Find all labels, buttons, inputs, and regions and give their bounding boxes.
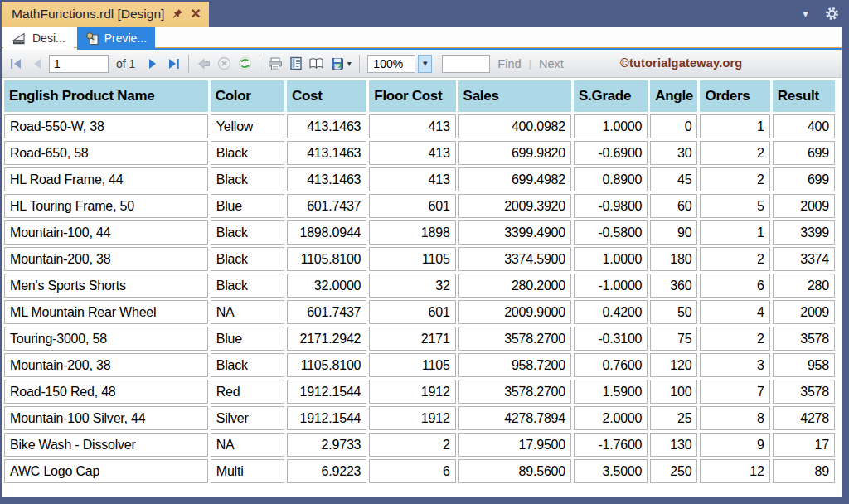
table-cell: 6: [369, 459, 455, 483]
next-page-button[interactable]: [143, 53, 163, 74]
table-cell: Black: [211, 141, 284, 165]
table-row: Road-550-W, 38Yellow413.1463413400.09821…: [4, 114, 835, 138]
table-cell: 413.1463: [287, 141, 366, 165]
print-icon[interactable]: [264, 53, 285, 74]
stop-button[interactable]: [214, 53, 235, 74]
toolbar-separator: [260, 55, 260, 73]
table-cell: NA: [211, 433, 284, 457]
table-cell: Multi: [211, 459, 284, 483]
table-cell: Mountain-200, 38: [4, 247, 208, 271]
table-cell: 7: [700, 380, 769, 404]
table-cell: 17: [773, 433, 835, 457]
report-table-body: Road-550-W, 38Yellow413.1463413400.09821…: [4, 114, 835, 483]
document-title: MathFunctions.rdl [Design]: [12, 7, 164, 22]
table-cell: 601: [369, 300, 455, 324]
table-cell: 3578.2700: [458, 380, 571, 404]
table-cell: 32.0000: [287, 274, 366, 298]
find-input[interactable]: [442, 55, 490, 73]
first-page-button[interactable]: [6, 53, 27, 74]
table-cell: 0.7600: [574, 353, 648, 377]
table-cell: Black: [211, 274, 284, 298]
table-cell: Black: [211, 167, 284, 191]
table-cell: 413: [369, 141, 455, 165]
table-cell: 699: [773, 141, 835, 165]
gear-icon[interactable]: [825, 7, 839, 21]
table-cell: 699.4982: [458, 167, 571, 191]
table-cell: Mountain-100 Silver, 44: [4, 406, 208, 430]
table-cell: 100: [650, 380, 697, 404]
table-cell: 3399.4900: [458, 220, 571, 245]
table-cell: 601.7437: [287, 300, 366, 324]
close-icon[interactable]: ×: [191, 5, 201, 22]
table-cell: Yellow: [211, 114, 284, 138]
table-cell: 413: [369, 167, 455, 191]
table-cell: Black: [211, 220, 284, 245]
table-cell: 2009: [773, 194, 835, 218]
table-cell: HL Touring Frame, 50: [4, 194, 208, 218]
report-preview-area: English Product NameColorCostFloor CostS…: [2, 78, 842, 497]
page-number-input[interactable]: 1: [49, 55, 109, 73]
table-cell: -0.6900: [574, 141, 648, 165]
zoom-dropdown-caret[interactable]: ▾: [418, 55, 432, 73]
table-cell: Blue: [211, 327, 284, 351]
table-row: Bike Wash - DissolverNA2.9733217.9500-1.…: [4, 433, 835, 457]
column-header: Cost: [287, 80, 366, 112]
column-header: Color: [211, 80, 284, 112]
column-header: English Product Name: [4, 80, 208, 112]
table-cell: 958.7200: [458, 353, 571, 377]
zoom-select[interactable]: 100%: [367, 55, 415, 73]
document-tab[interactable]: MathFunctions.rdl [Design] ×: [2, 2, 209, 27]
table-cell: Mountain-100, 44: [4, 220, 208, 245]
table-row: HL Road Frame, 44Black413.1463413699.498…: [4, 167, 835, 191]
find-link[interactable]: Find: [497, 57, 521, 70]
table-cell: 2: [700, 141, 769, 165]
column-header: S.Grade: [574, 80, 648, 112]
table-cell: 1105: [369, 247, 455, 271]
tab-design[interactable]: Desi...: [3, 27, 74, 50]
tab-preview[interactable]: Previe...: [77, 27, 155, 50]
page-setup-icon[interactable]: [306, 53, 327, 74]
table-cell: 3578: [773, 327, 835, 351]
table-cell: 120: [650, 353, 697, 377]
table-cell: Blue: [211, 194, 284, 218]
next-link[interactable]: Next: [539, 57, 564, 70]
table-cell: 2.0000: [574, 406, 648, 430]
table-cell: HL Road Frame, 44: [4, 167, 208, 191]
last-page-button[interactable]: [163, 53, 184, 74]
table-cell: 3: [700, 353, 769, 377]
table-cell: 413.1463: [287, 114, 366, 138]
table-cell: 2: [700, 167, 769, 191]
column-header: Sales: [458, 80, 571, 112]
pin-icon[interactable]: [172, 8, 183, 20]
table-cell: 3578: [773, 380, 835, 404]
table-cell: 0.4200: [574, 300, 648, 324]
table-cell: AWC Logo Cap: [4, 459, 208, 483]
table-cell: -0.3100: [574, 327, 648, 351]
table-cell: 400: [773, 114, 835, 138]
table-cell: 280.2000: [458, 274, 571, 298]
document-window: Desi... Previe... 1 of 1: [2, 27, 842, 497]
table-cell: 2171.2942: [287, 327, 366, 351]
window-titlebar: MathFunctions.rdl [Design] × ▾: [0, 0, 849, 27]
table-cell: 89: [773, 459, 835, 483]
table-cell: 699: [773, 167, 835, 191]
refresh-button[interactable]: [235, 53, 255, 74]
print-layout-icon[interactable]: [285, 53, 306, 74]
table-cell: Mountain-200, 38: [4, 353, 208, 377]
back-button[interactable]: [193, 53, 214, 74]
table-cell: 6: [700, 274, 769, 298]
table-row: HL Touring Frame, 50Blue601.74376012009.…: [4, 194, 835, 218]
export-button[interactable]: ▾: [327, 53, 355, 74]
table-cell: 699.9820: [458, 141, 571, 165]
previous-page-button[interactable]: [27, 53, 47, 74]
tab-design-label: Desi...: [32, 32, 65, 45]
view-tab-strip: Desi... Previe...: [2, 27, 842, 50]
report-table-header: English Product NameColorCostFloor CostS…: [4, 80, 835, 112]
table-cell: 1898: [369, 220, 455, 245]
chevron-down-icon[interactable]: ▾: [803, 7, 808, 20]
table-cell: 413.1463: [287, 167, 366, 191]
table-cell: 90: [650, 220, 697, 245]
table-cell: 413: [369, 114, 455, 138]
table-cell: 17.9500: [458, 433, 571, 457]
table-cell: 958: [773, 353, 835, 377]
